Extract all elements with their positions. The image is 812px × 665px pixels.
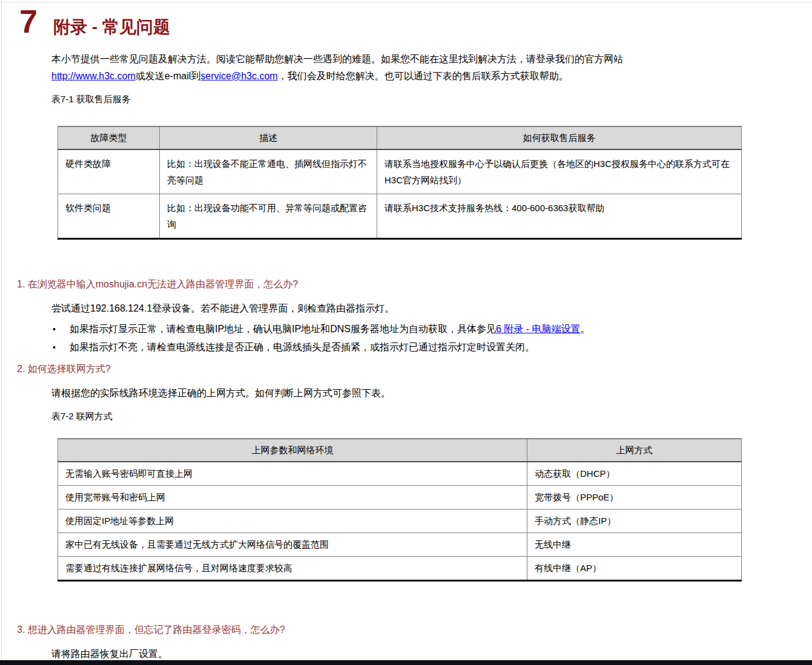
bullet-icon: •	[53, 323, 56, 335]
page-top-border	[2, 2, 812, 3]
email-link[interactable]: service@h3c.com	[200, 71, 277, 81]
table-row: 需要通过有线连接扩展网络信号，且对网络速度要求较高 有线中继（AP）	[58, 557, 742, 581]
table-cell: 无需输入账号密码即可直接上网	[58, 462, 527, 486]
table-cell: 比如：出现设备不能正常通电、插网线但指示灯不亮等问题	[160, 149, 377, 194]
table-cell: 使用固定IP地址等参数上网	[58, 509, 527, 533]
page-left-border	[1, 0, 2, 665]
table-header-row: 故障类型 描述 如何获取售后服务	[58, 126, 742, 149]
table-cell: 动态获取（DHCP）	[527, 462, 742, 486]
table-cell: 请联系H3C技术支持服务热线：400-600-6363获取帮助	[377, 194, 742, 239]
table-header-row: 上网参数和网络环境 上网方式	[58, 439, 742, 462]
table-cell: 使用宽带账号和密码上网	[58, 486, 527, 509]
question-3-title: 3. 想进入路由器管理界面，但忘记了路由器登录密码，怎么办?	[17, 624, 812, 635]
table-row: 硬件类故障 比如：出现设备不能正常通电、插网线但指示灯不亮等问题 请联系当地授权…	[58, 149, 742, 194]
table-cell: 宽带拨号（PPPoE）	[527, 486, 742, 509]
table2-header-environment: 上网参数和网络环境	[58, 439, 527, 462]
list-item: •如果指示灯不亮，请检查电源线连接是否正确，电源线插头是否插紧，或指示灯已通过指…	[51, 341, 806, 353]
website-link[interactable]: http://www.h3c.com	[51, 71, 136, 81]
table-row: 家中已有无线设备，且需要通过无线方式扩大网络信号的覆盖范围 无线中继	[58, 533, 742, 557]
question-1-body: 尝试通过192.168.124.1登录设备。若不能进入管理界面，则检查路由器指示…	[51, 300, 806, 317]
table2-caption: 表7-2 联网方式	[51, 410, 812, 422]
table-cell: 软件类问题	[58, 194, 160, 239]
table-cell: 无线中继	[527, 533, 742, 557]
table1-header-description: 描述	[160, 126, 377, 149]
table1-header-how-to-get-service: 如何获取售后服务	[377, 126, 742, 149]
service-table: 故障类型 描述 如何获取售后服务 硬件类故障 比如：出现设备不能正常通电、插网线…	[58, 126, 742, 240]
chapter-number: 7	[19, 5, 38, 38]
document-page: 7 附录 - 常见问题 本小节提供一些常见问题及解决方法。阅读它能帮助您解决一些…	[0, 0, 812, 665]
table-row: 使用宽带账号和密码上网 宽带拨号（PPPoE）	[58, 486, 742, 509]
window-bottom-edge	[0, 660, 812, 665]
table-row: 使用固定IP地址等参数上网 手动方式（静态IP）	[58, 509, 742, 533]
question-2-body: 请根据您的实际线路环境选择正确的上网方式。如何判断上网方式可参照下表。	[51, 385, 806, 402]
bullet-icon: •	[53, 341, 56, 353]
table2-header-mode: 上网方式	[527, 439, 742, 462]
appendix-pc-setup-link[interactable]: 6 附录 - 电脑端设置	[496, 324, 581, 334]
chapter-title: 附录 - 常见问题	[53, 18, 170, 37]
table-cell: 硬件类故障	[58, 149, 160, 194]
chapter-header: 7 附录 - 常见问题	[19, 5, 812, 38]
table-cell: 请联系当地授权服务中心予以确认后更换（各地区的H3C授权服务中心的联系方式可在H…	[377, 149, 742, 194]
question-1-bullet-list: •如果指示灯显示正常，请检查电脑IP地址，确认电脑IP地址和DNS服务器地址为自…	[51, 323, 806, 353]
intro-text-2: 或发送e-mail到	[136, 71, 201, 81]
question-2-title: 2. 如何选择联网方式?	[17, 363, 812, 375]
table1-header-fault-type: 故障类型	[58, 126, 160, 149]
table-cell: 有线中继（AP）	[527, 557, 742, 581]
table-cell: 家中已有无线设备，且需要通过无线方式扩大网络信号的覆盖范围	[58, 533, 527, 557]
intro-paragraph: 本小节提供一些常见问题及解决方法。阅读它能帮助您解决一些遇到的难题。如果您不能在…	[51, 51, 806, 85]
bullet-2-text: 如果指示灯不亮，请检查电源线连接是否正确，电源线插头是否插紧，或指示灯已通过指示…	[70, 342, 535, 352]
bullet-1-text: 如果指示灯显示正常，请检查电脑IP地址，确认电脑IP地址和DNS服务器地址为自动…	[70, 324, 496, 334]
table-cell: 比如：出现设备功能不可用、异常等问题或配置咨询	[160, 194, 377, 239]
intro-text-1: 本小节提供一些常见问题及解决方法。阅读它能帮助您解决一些遇到的难题。如果您不能在…	[51, 54, 623, 64]
intro-text-3: ，我们会及时给您解决。也可以通过下表的售后联系方式获取帮助。	[278, 71, 569, 81]
question-1-title: 1. 在浏览器中输入moshujia.cn无法进入路由器管理界面，怎么办?	[17, 278, 812, 290]
table-cell: 需要通过有线连接扩展网络信号，且对网络速度要求较高	[58, 557, 527, 581]
table-cell: 手动方式（静态IP）	[527, 509, 742, 533]
list-item: •如果指示灯显示正常，请检查电脑IP地址，确认电脑IP地址和DNS服务器地址为自…	[51, 323, 806, 335]
connection-mode-table: 上网参数和网络环境 上网方式 无需输入账号密码即可直接上网 动态获取（DHCP）…	[58, 438, 742, 581]
bullet-1-after: 。	[581, 324, 590, 334]
table-row: 无需输入账号密码即可直接上网 动态获取（DHCP）	[58, 462, 742, 486]
table1-caption: 表7-1 获取售后服务	[51, 93, 812, 105]
table-row: 软件类问题 比如：出现设备功能不可用、异常等问题或配置咨询 请联系H3C技术支持…	[58, 194, 742, 239]
